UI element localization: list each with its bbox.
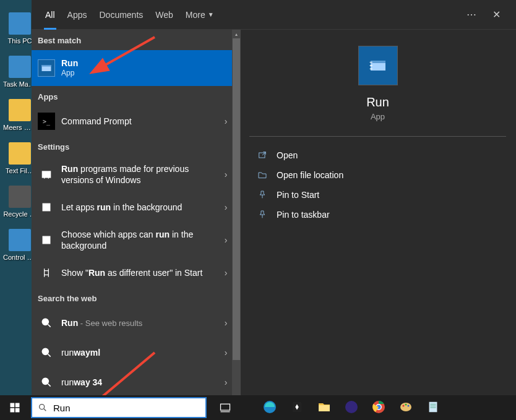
desktop-icons: This PC Task Manager Meers W… Text Fil… … (0, 0, 35, 262)
action-label: Pin to Start (277, 190, 319, 200)
desktop-icon-recycle-bin[interactable]: Recycle … (5, 186, 35, 218)
result-label: Run - See web results (61, 317, 218, 329)
desktop-icon-task-manager[interactable]: Task Manager (5, 56, 35, 88)
details-subtitle: App (371, 112, 385, 121)
taskbar-app-paint[interactable] (392, 395, 419, 420)
result-label: Command Prompt (61, 116, 218, 127)
taskbar-app-solitaire[interactable] (283, 395, 311, 420)
result-setting[interactable]: Show "Run as different user" in Start › (32, 258, 239, 288)
svg-point-9 (42, 378, 48, 384)
svg-point-30 (405, 404, 407, 406)
svg-rect-11 (371, 61, 385, 63)
svg-rect-18 (15, 408, 20, 413)
section-best-match: Best match (32, 30, 239, 50)
chevron-down-icon: ▼ (208, 11, 214, 18)
tab-label: Web (155, 10, 173, 20)
divider (249, 136, 506, 137)
search-input[interactable] (53, 403, 205, 413)
taskbar-search[interactable] (31, 397, 207, 418)
desktop-icon-folder[interactable]: Text Fil… (5, 142, 35, 174)
results-scrollbar[interactable]: ▴ ▾ (232, 30, 241, 420)
taskbar-app-firefox[interactable] (338, 395, 365, 420)
result-label: Show "Run as different user" in Start (61, 267, 218, 278)
chevron-right-icon: › (218, 202, 233, 212)
tab-label: All (45, 10, 55, 20)
start-button[interactable] (0, 395, 30, 420)
more-options-button[interactable]: ⋯ (459, 2, 484, 27)
svg-point-8 (42, 348, 48, 354)
close-button[interactable]: ✕ (484, 2, 509, 27)
result-setting[interactable]: Let apps run in the background › (32, 192, 239, 222)
result-label: Choose which apps can run in the backgro… (61, 229, 218, 251)
svg-rect-17 (11, 408, 15, 413)
taskbar-app-file-explorer[interactable] (311, 395, 338, 420)
result-title: Run (61, 58, 78, 68)
search-tabs: All Apps Documents Web More▼ ⋯ ✕ (32, 0, 516, 30)
tab-label: Documents (99, 10, 143, 20)
svg-rect-15 (11, 403, 15, 408)
svg-point-29 (403, 405, 405, 407)
search-icon (32, 403, 53, 413)
svg-rect-6 (45, 238, 49, 242)
svg-rect-2 (42, 171, 50, 178)
chevron-right-icon: › (218, 318, 233, 328)
pc-icon (9, 12, 31, 35)
search-icon (38, 314, 55, 332)
svg-rect-32 (429, 402, 437, 413)
settings-item-icon (38, 199, 55, 216)
result-setting[interactable]: Run programs made for previous versions … (32, 156, 239, 192)
task-view-button[interactable] (212, 395, 239, 420)
result-web[interactable]: Run - See web results › (32, 308, 239, 338)
section-settings: Settings (32, 136, 239, 156)
action-label: Open file location (277, 170, 343, 180)
details-title: Run (366, 95, 389, 109)
taskbar-app-edge[interactable] (256, 395, 283, 420)
taskbar (0, 395, 516, 420)
svg-point-31 (408, 405, 410, 407)
scrollbar-thumb[interactable] (233, 38, 240, 360)
taskbar-app-chrome[interactable] (365, 395, 392, 420)
search-panel: All Apps Documents Web More▼ ⋯ ✕ Best ma… (32, 0, 516, 395)
result-best-match[interactable]: Run App (32, 50, 239, 86)
chevron-right-icon: › (218, 169, 233, 179)
taskbar-app-notepad[interactable] (419, 395, 447, 420)
desktop-icon-control-panel[interactable]: Control Pane… (5, 229, 35, 261)
action-open[interactable]: Open (249, 145, 506, 165)
result-web[interactable]: runway 34 › (32, 367, 239, 397)
tab-more[interactable]: More▼ (179, 0, 220, 30)
action-pin-to-taskbar[interactable]: Pin to taskbar (249, 205, 506, 225)
svg-rect-20 (221, 404, 230, 410)
tab-web[interactable]: Web (149, 0, 179, 30)
tab-apps[interactable]: Apps (61, 0, 93, 30)
svg-rect-23 (319, 405, 330, 411)
task-manager-icon (9, 56, 31, 78)
run-app-icon-large (358, 46, 398, 85)
result-label: runwayml (61, 347, 218, 358)
desktop-icon-folder[interactable]: Meers W… (5, 99, 35, 131)
command-prompt-icon: >_ (38, 113, 55, 130)
tab-documents[interactable]: Documents (93, 0, 149, 30)
result-web[interactable]: runwayml › (32, 338, 239, 367)
result-setting[interactable]: Choose which apps can run in the backgro… (32, 222, 239, 258)
svg-rect-1 (42, 65, 51, 67)
chevron-right-icon: › (218, 377, 233, 387)
open-icon (254, 150, 270, 160)
action-pin-to-start[interactable]: Pin to Start (249, 185, 506, 205)
scroll-up-icon[interactable]: ▴ (232, 30, 241, 38)
svg-rect-4 (45, 205, 49, 210)
recycle-bin-icon (9, 186, 31, 208)
result-label: Run programs made for previous versions … (61, 163, 218, 186)
result-label: Run App (61, 58, 233, 79)
chevron-right-icon: › (218, 235, 233, 245)
svg-point-7 (42, 319, 48, 325)
action-open-file-location[interactable]: Open file location (249, 165, 506, 185)
result-command-prompt[interactable]: >_ Command Prompt › (32, 106, 239, 136)
desktop-icon-this-pc[interactable]: This PC (5, 12, 35, 45)
search-icon (38, 344, 55, 361)
search-results: Best match Run App Apps >_ Command Promp… (32, 30, 239, 420)
folder-icon (9, 99, 31, 121)
settings-item-icon (38, 166, 55, 183)
tab-all[interactable]: All (39, 0, 61, 30)
pin-icon (254, 190, 270, 200)
run-app-icon (38, 59, 55, 77)
